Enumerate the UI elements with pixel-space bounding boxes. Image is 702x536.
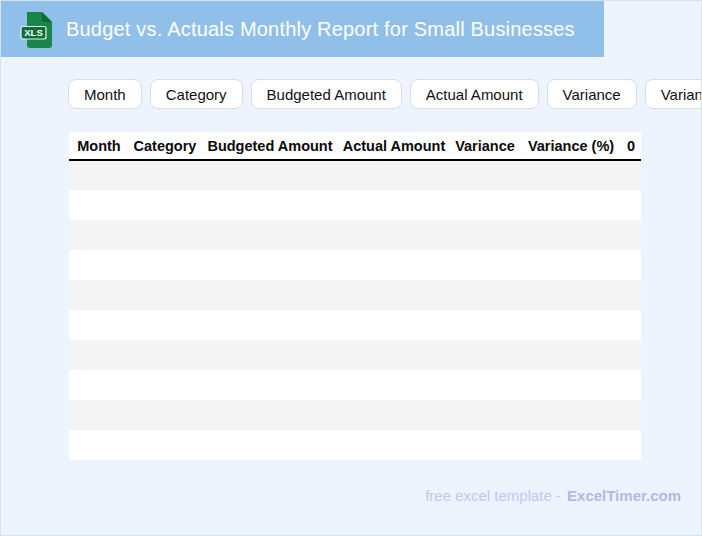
xls-file-icon: XLS — [19, 11, 55, 49]
table-row — [69, 220, 641, 250]
table-cell — [69, 340, 129, 370]
table-header-row: Month Category Budgeted Amount Actual Am… — [69, 132, 641, 160]
table-cell — [449, 340, 521, 370]
table-cell — [201, 250, 339, 280]
table-cell — [339, 250, 449, 280]
table-cell — [521, 310, 621, 340]
table-cell — [69, 430, 129, 460]
table-cell — [621, 220, 641, 250]
table-cell — [449, 370, 521, 400]
table-row — [69, 430, 641, 460]
page: XLS Budget vs. Actuals Monthly Report fo… — [0, 0, 702, 536]
table-cell — [69, 370, 129, 400]
table-cell — [69, 160, 129, 190]
chip-category[interactable]: Category — [150, 79, 243, 109]
table-cell — [129, 310, 201, 340]
table-cell — [449, 220, 521, 250]
table-cell — [69, 190, 129, 220]
footer-text: free excel template - — [425, 487, 561, 504]
table-cell — [69, 310, 129, 340]
table-cell — [129, 190, 201, 220]
table-cell — [449, 400, 521, 430]
column-header-budgeted-amount: Budgeted Amount — [201, 132, 339, 160]
table-cell — [129, 280, 201, 310]
table-cell — [339, 190, 449, 220]
column-header-actual-amount: Actual Amount — [339, 132, 449, 160]
table-cell — [621, 430, 641, 460]
table-cell — [521, 340, 621, 370]
table-cell — [449, 160, 521, 190]
header-bar: XLS Budget vs. Actuals Monthly Report fo… — [1, 1, 604, 57]
table-body — [69, 160, 641, 460]
table-cell — [621, 400, 641, 430]
table-cell — [339, 340, 449, 370]
column-header-category: Category — [129, 132, 201, 160]
chip-budgeted-amount[interactable]: Budgeted Amount — [251, 79, 402, 109]
table-cell — [521, 400, 621, 430]
footer-credit: free excel template -ExcelTimer.com — [425, 487, 681, 504]
table-cell — [69, 220, 129, 250]
table-cell — [339, 310, 449, 340]
table-row — [69, 250, 641, 280]
table-cell — [521, 220, 621, 250]
footer-brand-link[interactable]: ExcelTimer.com — [567, 487, 681, 504]
table-cell — [449, 250, 521, 280]
table-cell — [621, 280, 641, 310]
table-row — [69, 310, 641, 340]
table-cell — [69, 400, 129, 430]
chip-variance[interactable]: Variance — [547, 79, 637, 109]
table-cell — [69, 280, 129, 310]
table-row — [69, 340, 641, 370]
table-cell — [339, 160, 449, 190]
table-cell — [201, 400, 339, 430]
column-header-month: Month — [69, 132, 129, 160]
table-cell — [69, 250, 129, 280]
column-chips-row: Month Category Budgeted Amount Actual Am… — [68, 79, 702, 109]
table-cell — [339, 370, 449, 400]
table-cell — [129, 160, 201, 190]
table-cell — [129, 370, 201, 400]
table-cell — [339, 400, 449, 430]
table-cell — [621, 190, 641, 220]
table-cell — [339, 430, 449, 460]
table-cell — [521, 250, 621, 280]
table-cell — [449, 190, 521, 220]
table-cell — [449, 430, 521, 460]
page-title: Budget vs. Actuals Monthly Report for Sm… — [66, 1, 575, 57]
table-cell — [521, 190, 621, 220]
table-cell — [521, 370, 621, 400]
table-cell — [449, 280, 521, 310]
table-cell — [201, 280, 339, 310]
table-cell — [449, 310, 521, 340]
table-cell — [621, 250, 641, 280]
table-cell — [201, 340, 339, 370]
table-cell — [129, 340, 201, 370]
chip-month[interactable]: Month — [68, 79, 142, 109]
table-row — [69, 400, 641, 430]
table-cell — [129, 430, 201, 460]
table-cell — [129, 220, 201, 250]
table-cell — [339, 220, 449, 250]
table-cell — [201, 160, 339, 190]
xls-badge-label: XLS — [24, 27, 42, 38]
table-cell — [129, 400, 201, 430]
chip-actual-amount[interactable]: Actual Amount — [410, 79, 539, 109]
table-cell — [621, 370, 641, 400]
column-header-zero: 0 — [621, 132, 641, 160]
table-cell — [201, 370, 339, 400]
column-header-variance: Variance — [449, 132, 521, 160]
table-cell — [201, 220, 339, 250]
table-cell — [521, 160, 621, 190]
table-cell — [201, 190, 339, 220]
column-header-variance-pct: Variance (%) — [521, 132, 621, 160]
report-table: Month Category Budgeted Amount Actual Am… — [69, 132, 641, 460]
table-cell — [521, 280, 621, 310]
table-cell — [201, 310, 339, 340]
table-row — [69, 160, 641, 190]
chip-variance-pct[interactable]: Variance (%) — [645, 79, 702, 109]
table-row — [69, 280, 641, 310]
table-cell — [129, 250, 201, 280]
table-cell — [621, 340, 641, 370]
table-cell — [339, 280, 449, 310]
table-cell — [521, 430, 621, 460]
